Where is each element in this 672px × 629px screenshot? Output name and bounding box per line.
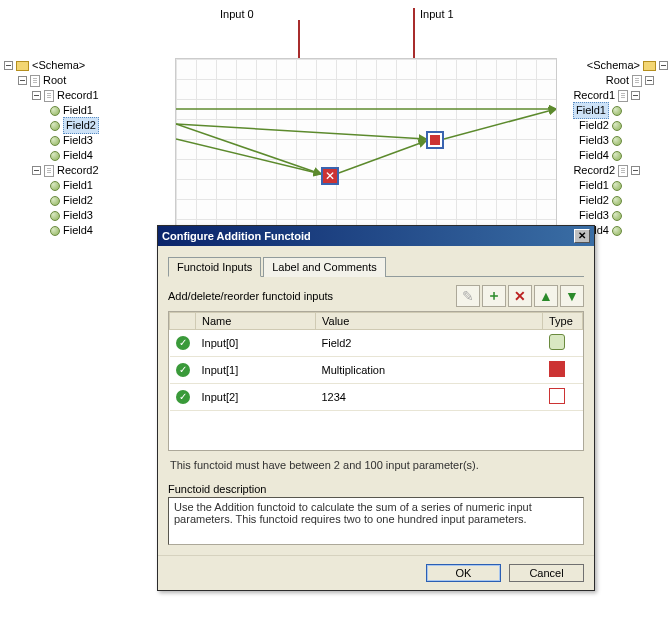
field-icon xyxy=(50,136,60,146)
record-icon xyxy=(618,165,628,177)
close-icon[interactable]: ✕ xyxy=(574,229,590,243)
source-field[interactable]: Field1 xyxy=(63,103,93,118)
dest-record1[interactable]: Record1 xyxy=(573,88,615,103)
svg-line-5 xyxy=(444,109,556,139)
dest-field[interactable]: Field3 xyxy=(579,133,609,148)
input-row[interactable]: ✓ Input[1] Multiplication xyxy=(170,357,583,384)
source-field[interactable]: Field2 xyxy=(63,193,93,208)
multiplication-functoid[interactable]: ✕ xyxy=(321,167,339,185)
source-record1[interactable]: Record1 xyxy=(57,88,99,103)
status-ok-icon: ✓ xyxy=(176,336,190,350)
dialog-tabs: Functoid Inputs Label and Comments xyxy=(168,256,584,277)
input-type-functoid-icon xyxy=(549,361,565,377)
field-icon xyxy=(612,121,622,131)
field-icon xyxy=(50,196,60,206)
collapse-icon[interactable] xyxy=(32,166,41,175)
cancel-button[interactable]: Cancel xyxy=(509,564,584,582)
collapse-icon[interactable] xyxy=(631,166,640,175)
input-value: Field2 xyxy=(316,330,543,357)
ok-button[interactable]: OK xyxy=(426,564,501,582)
input-row[interactable]: ✓ Input[0] Field2 xyxy=(170,330,583,357)
collapse-icon[interactable] xyxy=(631,91,640,100)
dest-field-selected[interactable]: Field1 xyxy=(573,102,609,119)
svg-line-2 xyxy=(176,139,321,174)
inputs-grid[interactable]: Name Value Type ✓ Input[0] Field2 ✓ Inpu… xyxy=(168,311,584,451)
dest-field[interactable]: Field3 xyxy=(579,208,609,223)
record-icon xyxy=(44,165,54,177)
field-icon xyxy=(612,136,622,146)
move-up-button[interactable]: ▲ xyxy=(534,285,558,307)
input-type-link-icon xyxy=(549,334,565,350)
configure-functoid-dialog: Configure Addition Functoid ✕ Functoid I… xyxy=(157,225,595,591)
field-icon xyxy=(50,181,60,191)
svg-line-1 xyxy=(176,124,321,174)
move-down-button[interactable]: ▼ xyxy=(560,285,584,307)
input-type-constant-icon xyxy=(549,388,565,404)
edit-input-button[interactable]: ✎ xyxy=(456,285,480,307)
dialog-titlebar[interactable]: Configure Addition Functoid ✕ xyxy=(158,226,594,246)
tab-functoid-inputs[interactable]: Functoid Inputs xyxy=(168,257,261,277)
callout-input0: Input 0 xyxy=(220,8,254,20)
link-lines xyxy=(176,59,556,227)
svg-line-4 xyxy=(336,141,426,174)
record-icon xyxy=(618,90,628,102)
source-schema-node[interactable]: <Schema> xyxy=(32,58,85,73)
status-ok-icon: ✓ xyxy=(176,363,190,377)
dest-field[interactable]: Field1 xyxy=(579,178,609,193)
dest-field[interactable]: Field4 xyxy=(579,148,609,163)
input-name: Input[2] xyxy=(196,384,316,411)
dest-root[interactable]: Root xyxy=(606,73,629,88)
source-field-selected[interactable]: Field2 xyxy=(63,117,99,134)
col-name[interactable]: Name xyxy=(196,313,316,330)
collapse-icon[interactable] xyxy=(4,61,13,70)
collapse-icon[interactable] xyxy=(32,91,41,100)
field-icon xyxy=(50,106,60,116)
input-name: Input[1] xyxy=(196,357,316,384)
source-root[interactable]: Root xyxy=(43,73,66,88)
field-icon xyxy=(50,226,60,236)
folder-icon xyxy=(16,61,29,71)
constraint-note: This functoid must have between 2 and 10… xyxy=(170,459,584,471)
callout-input1: Input 1 xyxy=(420,8,454,20)
source-schema-tree[interactable]: <Schema> Root Record1 Field1 Field2 Fiel… xyxy=(4,58,174,238)
source-field[interactable]: Field4 xyxy=(63,148,93,163)
collapse-icon[interactable] xyxy=(659,61,668,70)
tab-label-comments[interactable]: Label and Comments xyxy=(263,257,386,277)
col-status[interactable] xyxy=(170,313,196,330)
addition-functoid[interactable] xyxy=(426,131,444,149)
dest-schema-node[interactable]: <Schema> xyxy=(587,58,640,73)
input-value: 1234 xyxy=(316,384,543,411)
status-ok-icon: ✓ xyxy=(176,390,190,404)
source-field[interactable]: Field3 xyxy=(63,133,93,148)
source-field[interactable]: Field1 xyxy=(63,178,93,193)
field-icon xyxy=(50,211,60,221)
col-value[interactable]: Value xyxy=(316,313,543,330)
inputs-toolbar-label: Add/delete/reorder functoid inputs xyxy=(168,290,333,302)
dest-field[interactable]: Field2 xyxy=(579,118,609,133)
source-record2[interactable]: Record2 xyxy=(57,163,99,178)
field-icon xyxy=(50,121,60,131)
input-row[interactable]: ✓ Input[2] 1234 xyxy=(170,384,583,411)
field-icon xyxy=(612,151,622,161)
description-label: Functoid description xyxy=(168,483,584,495)
field-icon xyxy=(612,196,622,206)
dest-record2[interactable]: Record2 xyxy=(573,163,615,178)
dest-schema-tree[interactable]: <Schema> Root Record1 Field1 Field2 Fiel… xyxy=(558,58,668,238)
svg-line-3 xyxy=(176,124,426,139)
collapse-icon[interactable] xyxy=(18,76,27,85)
col-type[interactable]: Type xyxy=(543,313,583,330)
record-icon xyxy=(632,75,642,87)
mapper-canvas: Input 0 Input 1 <Schema> Root Record1 Fi… xyxy=(0,0,672,230)
source-field[interactable]: Field3 xyxy=(63,208,93,223)
add-input-button[interactable]: ＋ xyxy=(482,285,506,307)
dialog-title: Configure Addition Functoid xyxy=(162,230,311,242)
source-field[interactable]: Field4 xyxy=(63,223,93,238)
field-icon xyxy=(612,181,622,191)
delete-input-button[interactable]: ✕ xyxy=(508,285,532,307)
record-icon xyxy=(44,90,54,102)
mapping-grid[interactable]: ✕ xyxy=(175,58,557,228)
collapse-icon[interactable] xyxy=(645,76,654,85)
description-text[interactable] xyxy=(168,497,584,545)
dest-field[interactable]: Field2 xyxy=(579,193,609,208)
field-icon xyxy=(612,226,622,236)
